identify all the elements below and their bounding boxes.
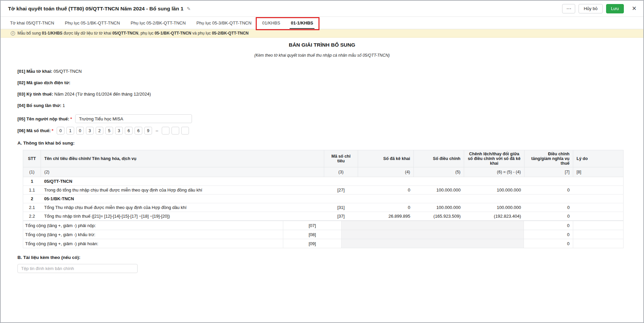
more-options-button[interactable]: ⋯ xyxy=(562,4,575,13)
table-col-index-3: (4) xyxy=(358,167,414,177)
table-body: 105/QTT-TNCN1.1Trong đó tổng thu nhập ch… xyxy=(23,177,624,221)
total-reason-cell xyxy=(573,221,624,230)
total-code: [07] xyxy=(283,221,342,230)
totals-table: Tổng cộng (tăng +, giảm -) phải nộp:[07]… xyxy=(23,221,624,248)
tax-code-digit-0[interactable]: 0 xyxy=(57,127,64,134)
cell-name: Tổng thu nhập tính thuế ([21]= [12]-[14]… xyxy=(41,212,324,221)
total-reason-cell xyxy=(573,230,624,239)
cell-stt: 2.2 xyxy=(23,212,41,221)
tab-5[interactable]: 01-1/KHBS xyxy=(286,17,318,29)
table-col-index-6: [7] xyxy=(525,167,573,177)
tax-code-digit-4[interactable]: 2 xyxy=(96,127,103,134)
cell-declared: 0 xyxy=(358,186,414,195)
tab-3[interactable]: Phụ lục 05-3/BK-QTT-TNCN xyxy=(191,17,257,29)
cancel-button[interactable]: Hủy bỏ xyxy=(579,4,602,13)
table-row[interactable]: 2.1Tổng Thu nhập chịu thuế được miễn the… xyxy=(23,203,624,212)
table-col-index-0: (1) xyxy=(23,167,41,177)
attachment-input[interactable] xyxy=(17,264,138,273)
table-col-index-4: (5) xyxy=(414,167,464,177)
tax-code-digit-7[interactable]: 6 xyxy=(125,127,133,134)
cell-code: [37] xyxy=(324,212,358,221)
cell-code: [31] xyxy=(324,203,358,212)
table-col-index-5: (6) = (5) - (4) xyxy=(464,167,525,177)
cell-name: Tổng Thu nhập chịu thuế được miễn theo q… xyxy=(41,203,324,212)
adjustments-table: STTTên chỉ tiêu điều chỉnh/ Tên hàng hóa… xyxy=(23,150,624,221)
tax-code-suffix-digit-2[interactable] xyxy=(181,127,189,134)
cell-difference: 100.000.000 xyxy=(464,186,525,195)
tax-code-digit-8[interactable]: 6 xyxy=(135,127,142,134)
cell-difference: (192.823.404) xyxy=(464,212,525,221)
cell-reason xyxy=(573,212,624,221)
cell-name: 05-1/BK-TNCN xyxy=(41,195,624,203)
cell-declared: 0 xyxy=(358,203,414,212)
total-row: Tổng cộng (tăng +, giảm -) phải nộp:[07]… xyxy=(23,221,624,230)
cell-difference: 100.000.000 xyxy=(464,203,525,212)
tab-1[interactable]: Phụ lục 05-1/BK-QTT-TNCN xyxy=(59,17,125,29)
cell-declared: 26.899.895 xyxy=(358,212,414,221)
banner-text: Mẫu bổ sung 01-1/KHBS được lấy dữ liệu t… xyxy=(17,31,249,36)
total-code: [09] xyxy=(283,239,342,248)
table-row[interactable]: 2.2Tổng thu nhập tính thuế ([21]= [12]-[… xyxy=(23,212,624,221)
tab-2[interactable]: Phụ lục 05-2/BK-QTT-TNCN xyxy=(125,17,191,29)
tab-bar: Tờ khai 05/QTT-TNCNPhụ lục 05-1/BK-QTT-T… xyxy=(1,17,643,29)
total-label: Tổng cộng (tăng +, giảm -) phải hoàn: xyxy=(23,239,283,248)
table-row[interactable]: 105/QTT-TNCN xyxy=(23,177,624,186)
form-field-1: [01] Mẫu tờ khai: 05/QTT-TNCN xyxy=(17,69,627,74)
cell-adjusted: (165.923.509) xyxy=(414,212,464,221)
table-col-header-0: STT xyxy=(23,150,41,167)
total-value: 0 xyxy=(524,230,573,239)
form-field-label: [02] Mã giao dịch điện tử: xyxy=(17,80,70,85)
table-col-header-4: Số điều chỉnh xyxy=(414,150,464,167)
info-banner: i Mẫu bổ sung 01-1/KHBS được lấy dữ liệu… xyxy=(1,29,643,38)
cell-stt: 1.1 xyxy=(23,186,41,195)
tax-code-digit-6[interactable]: 3 xyxy=(115,127,123,134)
tax-code-suffix-digit-0[interactable] xyxy=(162,127,169,134)
total-disabled-cell xyxy=(342,239,524,248)
tab-0[interactable]: Tờ khai 05/QTT-TNCN xyxy=(5,17,59,29)
table-col-header-7: Lý do xyxy=(573,150,624,167)
titlebar: Tờ khai quyết toán thuế (TT80) 05/QTT-TN… xyxy=(1,1,643,17)
table-row[interactable]: 205-1/BK-TNCN xyxy=(23,195,624,203)
table-subheader-row: (1)(2)(3)(4)(5)(6) = (5) - (4)[7][8] xyxy=(23,167,624,177)
total-row: Tổng cộng (tăng +, giảm -) phải hoàn:[09… xyxy=(23,239,624,248)
close-icon[interactable]: ✕ xyxy=(632,6,637,11)
info-icon: i xyxy=(11,31,15,36)
total-row: Tổng cộng (tăng +, giảm -) khấu trừ:[08]… xyxy=(23,230,624,239)
table-col-header-5: Chênh lệch/thay đổi giữa số điều chỉnh v… xyxy=(464,150,525,167)
form-field-value: 1 xyxy=(61,103,65,108)
cell-adjusted: 100.000.000 xyxy=(414,186,464,195)
total-disabled-cell xyxy=(342,221,524,230)
section-b-heading: B. Tài liệu kèm theo (nếu có): xyxy=(17,255,627,260)
cell-tax-adjustment: 0 xyxy=(525,203,573,212)
tax-code-digit-1[interactable]: 1 xyxy=(66,127,74,134)
taxpayer-name-input[interactable] xyxy=(75,114,192,123)
tax-code-digit-3[interactable]: 3 xyxy=(86,127,94,134)
tax-code-suffix-digit-1[interactable] xyxy=(171,127,179,134)
tax-code-boxes: 0103253669– xyxy=(57,127,189,134)
save-button[interactable]: Lưu xyxy=(606,4,624,13)
cell-adjusted: 100.000.000 xyxy=(414,203,464,212)
tax-code-separator: – xyxy=(156,128,158,133)
cell-name: 05/QTT-TNCN xyxy=(41,177,624,186)
taxpayer-name-label: [05] Tên người nộp thuế: xyxy=(17,116,69,121)
table-row[interactable]: 1.1Trong đó tổng thu nhập chịu thuế được… xyxy=(23,186,624,195)
total-value: 0 xyxy=(524,221,573,230)
title-actions: ⋯ Hủy bỏ Lưu ✕ xyxy=(562,4,637,13)
totals-body: Tổng cộng (tăng +, giảm -) phải nộp:[07]… xyxy=(23,221,624,248)
tax-code-digit-2[interactable]: 0 xyxy=(76,127,84,134)
title-area: Tờ khai quyết toán thuế (TT80) 05/QTT-TN… xyxy=(8,6,191,12)
table-col-header-6: Điều chỉnh tăng/giảm nghĩa vụ thuế xyxy=(525,150,573,167)
total-value: 0 xyxy=(524,239,573,248)
required-mark: * xyxy=(52,128,53,133)
tax-code-digit-9[interactable]: 9 xyxy=(144,127,152,134)
form-field-value: Năm 2024 (Từ tháng 01/2024 đến tháng 12/… xyxy=(53,92,151,97)
cell-tax-adjustment: 0 xyxy=(525,212,573,221)
form-field-label: [03] Kỳ tính thuế: xyxy=(17,92,53,97)
cell-reason xyxy=(573,186,624,195)
tab-4[interactable]: 01/KHBS xyxy=(257,17,285,29)
edit-icon[interactable]: ✎ xyxy=(187,6,191,11)
form-field-label: [04] Bổ sung lần thứ: xyxy=(17,103,61,108)
cell-stt: 1 xyxy=(23,177,41,186)
form-field-value: 05/QTT-TNCN xyxy=(52,69,82,74)
tax-code-digit-5[interactable]: 5 xyxy=(105,127,113,134)
